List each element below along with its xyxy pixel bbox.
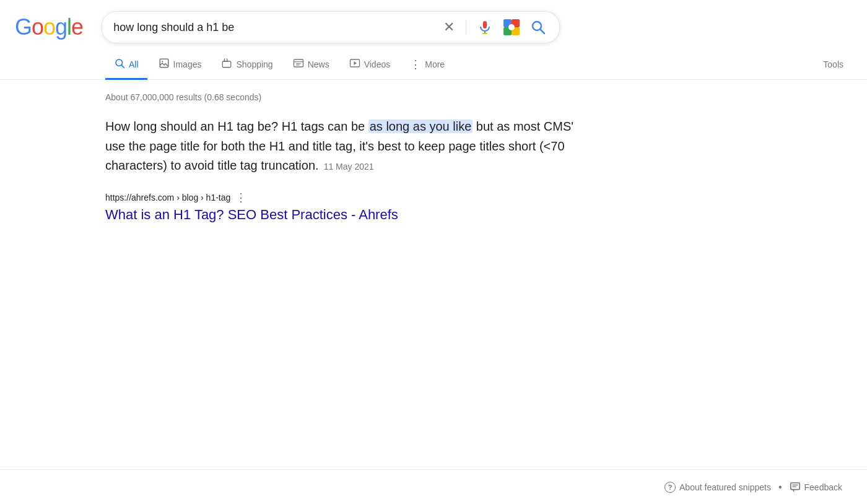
result-url-bar: https://ahrefs.com › blog › h1-tag ⋮ <box>105 191 592 204</box>
header: Google ✕ <box>0 0 867 50</box>
search-divider <box>466 20 466 35</box>
bottom-bar: ? About featured snippets • Feedback <box>0 469 867 504</box>
nav-tabs: All Images Shopping News Videos ⋮ More T… <box>0 50 867 80</box>
svg-point-8 <box>508 24 515 30</box>
tab-shopping-label: Shopping <box>236 59 272 69</box>
more-icon: ⋮ <box>410 59 421 70</box>
lens-button[interactable] <box>501 17 522 38</box>
lens-icon <box>503 19 520 35</box>
tab-images[interactable]: Images <box>150 50 211 80</box>
logo-letter-g: G <box>15 14 32 40</box>
tab-more-label: More <box>425 59 445 69</box>
feedback-button[interactable]: Feedback <box>790 482 842 493</box>
snippet-highlighted-text: as long as you like <box>368 119 473 133</box>
svg-line-10 <box>541 30 545 34</box>
tab-more[interactable]: ⋮ More <box>401 51 453 79</box>
svg-point-14 <box>162 61 163 62</box>
tab-all-label: All <box>129 59 139 69</box>
svg-rect-16 <box>294 59 303 67</box>
news-icon <box>293 58 304 71</box>
tab-news-label: News <box>308 59 329 69</box>
tab-videos[interactable]: Videos <box>341 50 399 80</box>
logo-letter-o2: o <box>43 14 55 40</box>
tab-shopping[interactable]: Shopping <box>212 50 281 80</box>
all-icon <box>114 58 125 71</box>
snippet-text-before: How long should an H1 tag be? H1 tags ca… <box>105 119 368 133</box>
about-featured-snippets-button[interactable]: ? About featured snippets <box>664 482 771 493</box>
voice-search-button[interactable] <box>475 17 495 37</box>
microphone-icon <box>477 20 492 35</box>
snippet-text: How long should an H1 tag be? H1 tags ca… <box>105 117 592 176</box>
logo-letter-e: e <box>71 14 83 40</box>
svg-rect-15 <box>223 61 232 67</box>
logo-letter-o1: o <box>32 14 43 40</box>
result-title-link[interactable]: What is an H1 Tag? SEO Best Practices - … <box>105 207 398 222</box>
search-button[interactable] <box>528 17 548 37</box>
result-url-menu-icon[interactable]: ⋮ <box>235 191 246 204</box>
google-logo[interactable]: Google <box>15 14 83 40</box>
feedback-label: Feedback <box>804 482 842 492</box>
svg-marker-21 <box>354 61 357 65</box>
question-icon: ? <box>664 482 676 493</box>
tab-news[interactable]: News <box>284 50 338 80</box>
search-icon <box>531 20 546 35</box>
svg-rect-22 <box>790 482 799 489</box>
about-snippets-label: About featured snippets <box>679 482 771 492</box>
clear-button[interactable]: ✕ <box>441 17 457 38</box>
search-bar: ✕ <box>102 11 560 43</box>
svg-rect-13 <box>160 59 168 67</box>
clear-icon: ✕ <box>443 19 455 35</box>
svg-rect-0 <box>483 21 487 28</box>
result-url-text: https://ahrefs.com › blog › h1-tag <box>105 193 230 202</box>
videos-icon <box>349 58 360 71</box>
snippet-date: 11 May 2021 <box>324 162 374 172</box>
tools-button[interactable]: Tools <box>814 52 852 77</box>
results-count: About 67,000,000 results (0.68 seconds) <box>105 92 592 102</box>
logo-letter-g2: g <box>55 14 67 40</box>
shopping-icon <box>221 58 232 71</box>
search-result: https://ahrefs.com › blog › h1-tag ⋮ Wha… <box>105 191 592 223</box>
separator-dot: • <box>778 482 782 493</box>
tab-all[interactable]: All <box>105 50 147 80</box>
results-area: About 67,000,000 results (0.68 seconds) … <box>0 80 607 235</box>
featured-snippet: How long should an H1 tag be? H1 tags ca… <box>105 117 592 176</box>
svg-line-12 <box>121 65 124 67</box>
search-bar-container: ✕ <box>102 11 560 43</box>
images-icon <box>159 58 170 71</box>
tab-images-label: Images <box>173 59 202 69</box>
search-input[interactable] <box>113 21 435 34</box>
tab-videos-label: Videos <box>364 59 391 69</box>
feedback-icon <box>790 482 801 493</box>
